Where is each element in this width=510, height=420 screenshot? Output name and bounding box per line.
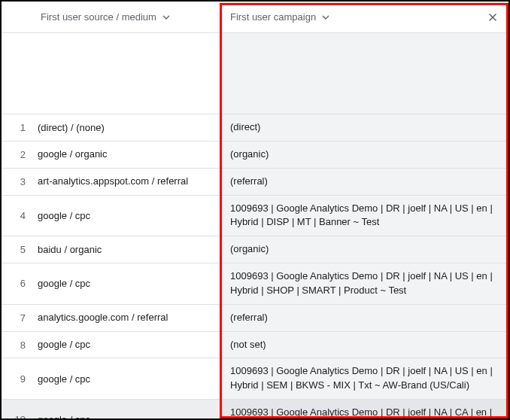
- table-row[interactable]: 5baidu / organic(organic): [2, 236, 508, 263]
- cell-campaign: (organic): [220, 142, 508, 168]
- cell-source-medium: google / cpc: [33, 332, 220, 358]
- cell-campaign: (direct): [220, 114, 508, 141]
- table-row[interactable]: 7analytics.google.com / referral(referra…: [2, 305, 508, 332]
- table-body: 1(direct) / (none)(direct)2google / orga…: [2, 114, 508, 420]
- row-index: 9: [2, 358, 33, 399]
- cell-source-medium: baidu / organic: [33, 236, 220, 263]
- table-row[interactable]: 10google / cpc1009693 | Google Analytics…: [2, 400, 508, 420]
- cell-source-medium: google / cpc: [33, 196, 220, 236]
- cell-campaign: (organic): [220, 236, 508, 263]
- remove-dimension-button[interactable]: [484, 9, 501, 26]
- table-header: First user source / medium First user ca…: [2, 2, 508, 33]
- cell-campaign: 1009693 | Google Analytics Demo | DR | j…: [220, 263, 508, 304]
- report-frame: First user source / medium First user ca…: [0, 0, 510, 420]
- table-row[interactable]: 2google / organic(organic): [2, 142, 508, 169]
- row-index: 4: [2, 196, 33, 236]
- close-icon: [488, 13, 497, 22]
- row-index: 1: [2, 114, 33, 141]
- cell-campaign: (referral): [220, 305, 508, 331]
- cell-campaign: 1009693 | Google Analytics Demo | DR | j…: [220, 400, 508, 420]
- summary-row-gap: [2, 33, 508, 114]
- cell-campaign: (not set): [220, 332, 508, 358]
- row-index: 3: [2, 169, 33, 195]
- table-row[interactable]: 9google / cpc1009693 | Google Analytics …: [2, 358, 508, 400]
- dimension-primary-label: First user source / medium: [41, 11, 156, 23]
- table-row[interactable]: 3art-analytics.appspot.com / referral(re…: [2, 169, 508, 196]
- table-row[interactable]: 1(direct) / (none)(direct): [2, 114, 508, 142]
- row-index: 10: [2, 400, 33, 420]
- cell-source-medium: (direct) / (none): [33, 114, 220, 141]
- row-index: 6: [2, 263, 33, 304]
- row-index: 5: [2, 236, 33, 263]
- chevron-down-icon: [162, 14, 170, 21]
- table-row[interactable]: 4google / cpc1009693 | Google Analytics …: [2, 196, 508, 237]
- row-index: 2: [2, 142, 33, 168]
- cell-source-medium: google / organic: [33, 142, 220, 168]
- cell-campaign: 1009693 | Google Analytics Demo | DR | j…: [220, 358, 508, 399]
- row-index: 7: [2, 305, 33, 331]
- table-row[interactable]: 8google / cpc(not set): [2, 332, 508, 359]
- dimension-selector-secondary[interactable]: First user campaign: [220, 9, 508, 26]
- dimension-secondary-label: First user campaign: [230, 11, 316, 23]
- cell-campaign: 1009693 | Google Analytics Demo | DR | j…: [220, 196, 508, 236]
- cell-source-medium: analytics.google.com / referral: [33, 305, 220, 331]
- cell-source-medium: google / cpc: [33, 400, 220, 420]
- chevron-down-icon: [322, 14, 329, 21]
- row-index: 8: [2, 332, 33, 358]
- cell-source-medium: art-analytics.appspot.com / referral: [33, 169, 220, 195]
- cell-source-medium: google / cpc: [33, 263, 220, 304]
- table-row[interactable]: 6google / cpc1009693 | Google Analytics …: [2, 263, 508, 305]
- cell-campaign: (referral): [220, 169, 508, 195]
- cell-source-medium: google / cpc: [33, 358, 220, 399]
- dimension-selector-primary[interactable]: First user source / medium: [2, 11, 220, 23]
